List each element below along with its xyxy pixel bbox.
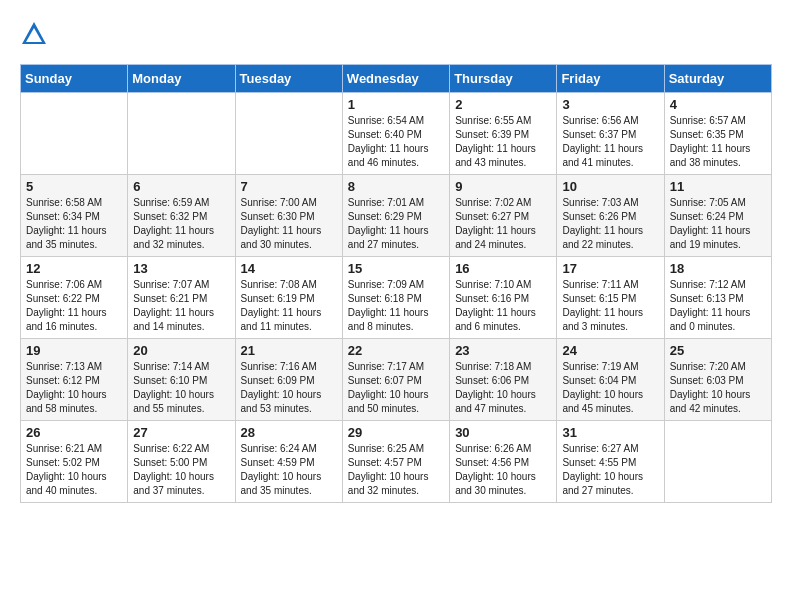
day-info: Sunrise: 7:08 AM Sunset: 6:19 PM Dayligh… bbox=[241, 278, 337, 334]
logo bbox=[20, 20, 50, 48]
day-number: 17 bbox=[562, 261, 658, 276]
calendar-cell: 14Sunrise: 7:08 AM Sunset: 6:19 PM Dayli… bbox=[235, 257, 342, 339]
calendar-cell: 24Sunrise: 7:19 AM Sunset: 6:04 PM Dayli… bbox=[557, 339, 664, 421]
day-info: Sunrise: 7:10 AM Sunset: 6:16 PM Dayligh… bbox=[455, 278, 551, 334]
day-number: 31 bbox=[562, 425, 658, 440]
day-number: 2 bbox=[455, 97, 551, 112]
calendar-cell: 10Sunrise: 7:03 AM Sunset: 6:26 PM Dayli… bbox=[557, 175, 664, 257]
day-info: Sunrise: 7:03 AM Sunset: 6:26 PM Dayligh… bbox=[562, 196, 658, 252]
day-number: 25 bbox=[670, 343, 766, 358]
day-info: Sunrise: 7:02 AM Sunset: 6:27 PM Dayligh… bbox=[455, 196, 551, 252]
weekday-header: Friday bbox=[557, 65, 664, 93]
day-number: 20 bbox=[133, 343, 229, 358]
weekday-header-row: SundayMondayTuesdayWednesdayThursdayFrid… bbox=[21, 65, 772, 93]
day-number: 11 bbox=[670, 179, 766, 194]
day-number: 3 bbox=[562, 97, 658, 112]
calendar-cell: 7Sunrise: 7:00 AM Sunset: 6:30 PM Daylig… bbox=[235, 175, 342, 257]
day-info: Sunrise: 6:25 AM Sunset: 4:57 PM Dayligh… bbox=[348, 442, 444, 498]
calendar-cell: 19Sunrise: 7:13 AM Sunset: 6:12 PM Dayli… bbox=[21, 339, 128, 421]
weekday-header: Tuesday bbox=[235, 65, 342, 93]
calendar-cell: 1Sunrise: 6:54 AM Sunset: 6:40 PM Daylig… bbox=[342, 93, 449, 175]
day-number: 15 bbox=[348, 261, 444, 276]
day-info: Sunrise: 6:55 AM Sunset: 6:39 PM Dayligh… bbox=[455, 114, 551, 170]
day-info: Sunrise: 7:06 AM Sunset: 6:22 PM Dayligh… bbox=[26, 278, 122, 334]
day-info: Sunrise: 6:22 AM Sunset: 5:00 PM Dayligh… bbox=[133, 442, 229, 498]
day-info: Sunrise: 6:57 AM Sunset: 6:35 PM Dayligh… bbox=[670, 114, 766, 170]
day-number: 18 bbox=[670, 261, 766, 276]
day-info: Sunrise: 7:19 AM Sunset: 6:04 PM Dayligh… bbox=[562, 360, 658, 416]
calendar-cell: 27Sunrise: 6:22 AM Sunset: 5:00 PM Dayli… bbox=[128, 421, 235, 503]
day-number: 28 bbox=[241, 425, 337, 440]
calendar-cell: 30Sunrise: 6:26 AM Sunset: 4:56 PM Dayli… bbox=[450, 421, 557, 503]
day-number: 12 bbox=[26, 261, 122, 276]
day-number: 5 bbox=[26, 179, 122, 194]
day-number: 19 bbox=[26, 343, 122, 358]
day-info: Sunrise: 7:01 AM Sunset: 6:29 PM Dayligh… bbox=[348, 196, 444, 252]
page-header bbox=[20, 20, 772, 48]
day-number: 22 bbox=[348, 343, 444, 358]
day-info: Sunrise: 6:21 AM Sunset: 5:02 PM Dayligh… bbox=[26, 442, 122, 498]
day-number: 8 bbox=[348, 179, 444, 194]
calendar-cell: 17Sunrise: 7:11 AM Sunset: 6:15 PM Dayli… bbox=[557, 257, 664, 339]
calendar-cell: 15Sunrise: 7:09 AM Sunset: 6:18 PM Dayli… bbox=[342, 257, 449, 339]
calendar-cell: 31Sunrise: 6:27 AM Sunset: 4:55 PM Dayli… bbox=[557, 421, 664, 503]
calendar-cell: 12Sunrise: 7:06 AM Sunset: 6:22 PM Dayli… bbox=[21, 257, 128, 339]
day-info: Sunrise: 7:11 AM Sunset: 6:15 PM Dayligh… bbox=[562, 278, 658, 334]
weekday-header: Monday bbox=[128, 65, 235, 93]
day-number: 6 bbox=[133, 179, 229, 194]
day-number: 9 bbox=[455, 179, 551, 194]
weekday-header: Saturday bbox=[664, 65, 771, 93]
calendar-week-row: 19Sunrise: 7:13 AM Sunset: 6:12 PM Dayli… bbox=[21, 339, 772, 421]
calendar-cell: 23Sunrise: 7:18 AM Sunset: 6:06 PM Dayli… bbox=[450, 339, 557, 421]
calendar-cell: 13Sunrise: 7:07 AM Sunset: 6:21 PM Dayli… bbox=[128, 257, 235, 339]
day-info: Sunrise: 7:09 AM Sunset: 6:18 PM Dayligh… bbox=[348, 278, 444, 334]
day-number: 27 bbox=[133, 425, 229, 440]
calendar-cell: 11Sunrise: 7:05 AM Sunset: 6:24 PM Dayli… bbox=[664, 175, 771, 257]
day-info: Sunrise: 7:20 AM Sunset: 6:03 PM Dayligh… bbox=[670, 360, 766, 416]
logo-icon bbox=[20, 20, 48, 48]
calendar-cell: 4Sunrise: 6:57 AM Sunset: 6:35 PM Daylig… bbox=[664, 93, 771, 175]
day-info: Sunrise: 7:00 AM Sunset: 6:30 PM Dayligh… bbox=[241, 196, 337, 252]
day-info: Sunrise: 6:59 AM Sunset: 6:32 PM Dayligh… bbox=[133, 196, 229, 252]
day-number: 29 bbox=[348, 425, 444, 440]
calendar-week-row: 5Sunrise: 6:58 AM Sunset: 6:34 PM Daylig… bbox=[21, 175, 772, 257]
weekday-header: Sunday bbox=[21, 65, 128, 93]
day-info: Sunrise: 7:12 AM Sunset: 6:13 PM Dayligh… bbox=[670, 278, 766, 334]
weekday-header: Wednesday bbox=[342, 65, 449, 93]
day-info: Sunrise: 7:17 AM Sunset: 6:07 PM Dayligh… bbox=[348, 360, 444, 416]
calendar-cell: 6Sunrise: 6:59 AM Sunset: 6:32 PM Daylig… bbox=[128, 175, 235, 257]
day-info: Sunrise: 6:58 AM Sunset: 6:34 PM Dayligh… bbox=[26, 196, 122, 252]
day-info: Sunrise: 6:56 AM Sunset: 6:37 PM Dayligh… bbox=[562, 114, 658, 170]
day-number: 26 bbox=[26, 425, 122, 440]
calendar-cell bbox=[21, 93, 128, 175]
calendar-cell: 29Sunrise: 6:25 AM Sunset: 4:57 PM Dayli… bbox=[342, 421, 449, 503]
day-info: Sunrise: 7:07 AM Sunset: 6:21 PM Dayligh… bbox=[133, 278, 229, 334]
calendar-cell: 25Sunrise: 7:20 AM Sunset: 6:03 PM Dayli… bbox=[664, 339, 771, 421]
day-info: Sunrise: 6:24 AM Sunset: 4:59 PM Dayligh… bbox=[241, 442, 337, 498]
calendar-table: SundayMondayTuesdayWednesdayThursdayFrid… bbox=[20, 64, 772, 503]
day-info: Sunrise: 7:18 AM Sunset: 6:06 PM Dayligh… bbox=[455, 360, 551, 416]
day-number: 21 bbox=[241, 343, 337, 358]
calendar-cell: 2Sunrise: 6:55 AM Sunset: 6:39 PM Daylig… bbox=[450, 93, 557, 175]
calendar-cell bbox=[128, 93, 235, 175]
day-number: 16 bbox=[455, 261, 551, 276]
calendar-cell bbox=[664, 421, 771, 503]
calendar-cell: 5Sunrise: 6:58 AM Sunset: 6:34 PM Daylig… bbox=[21, 175, 128, 257]
calendar-cell: 28Sunrise: 6:24 AM Sunset: 4:59 PM Dayli… bbox=[235, 421, 342, 503]
calendar-cell: 3Sunrise: 6:56 AM Sunset: 6:37 PM Daylig… bbox=[557, 93, 664, 175]
day-number: 23 bbox=[455, 343, 551, 358]
calendar-week-row: 1Sunrise: 6:54 AM Sunset: 6:40 PM Daylig… bbox=[21, 93, 772, 175]
day-number: 24 bbox=[562, 343, 658, 358]
day-number: 4 bbox=[670, 97, 766, 112]
day-number: 13 bbox=[133, 261, 229, 276]
weekday-header: Thursday bbox=[450, 65, 557, 93]
calendar-cell: 22Sunrise: 7:17 AM Sunset: 6:07 PM Dayli… bbox=[342, 339, 449, 421]
calendar-cell: 9Sunrise: 7:02 AM Sunset: 6:27 PM Daylig… bbox=[450, 175, 557, 257]
calendar-cell: 16Sunrise: 7:10 AM Sunset: 6:16 PM Dayli… bbox=[450, 257, 557, 339]
day-info: Sunrise: 6:26 AM Sunset: 4:56 PM Dayligh… bbox=[455, 442, 551, 498]
calendar-week-row: 12Sunrise: 7:06 AM Sunset: 6:22 PM Dayli… bbox=[21, 257, 772, 339]
calendar-cell: 18Sunrise: 7:12 AM Sunset: 6:13 PM Dayli… bbox=[664, 257, 771, 339]
calendar-cell bbox=[235, 93, 342, 175]
calendar-cell: 21Sunrise: 7:16 AM Sunset: 6:09 PM Dayli… bbox=[235, 339, 342, 421]
calendar-cell: 20Sunrise: 7:14 AM Sunset: 6:10 PM Dayli… bbox=[128, 339, 235, 421]
